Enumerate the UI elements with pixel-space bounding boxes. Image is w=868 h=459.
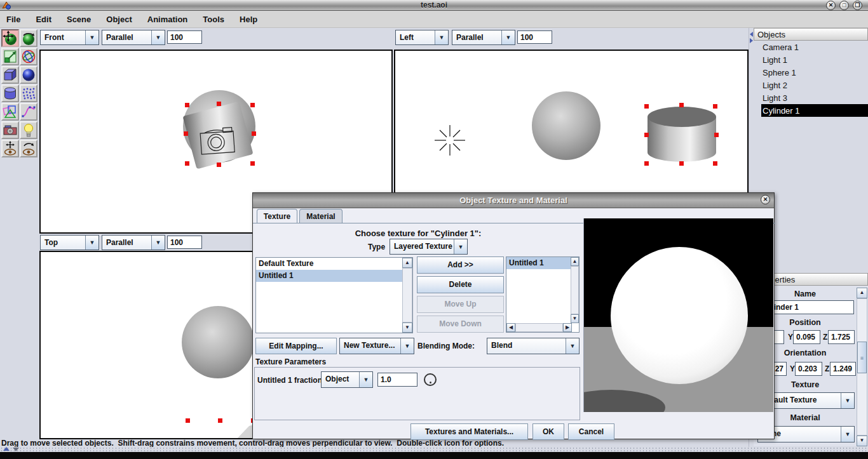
scroll-up-button[interactable]: ▲ (857, 288, 867, 298)
object-item-light-3[interactable]: Light 3 (754, 91, 868, 104)
move-tool-button[interactable] (1, 29, 19, 47)
orientation-z-field[interactable] (830, 362, 856, 376)
scrollbar-thumb[interactable]: ≡ (857, 342, 867, 373)
left-projection-select[interactable]: Parallel ▼ (452, 30, 515, 45)
orientation-y-field[interactable] (795, 362, 822, 376)
param-scope-select[interactable]: Object ▼ (321, 371, 373, 388)
object-item-sphere-1[interactable]: Sphere 1 (754, 66, 868, 79)
position-z-field[interactable] (828, 330, 855, 344)
texture-list[interactable]: Default Texture Untitled 1 ▲ ▼ (255, 257, 413, 333)
menu-animation[interactable]: Animation (147, 15, 188, 24)
create-light-tool-button[interactable] (20, 121, 37, 139)
selection-handle[interactable] (714, 133, 719, 137)
front-zoom-input[interactable] (167, 30, 202, 44)
front-projection-select[interactable]: Parallel ▼ (102, 30, 165, 45)
delete-button[interactable]: Delete (417, 276, 504, 293)
param-value-field[interactable] (377, 373, 417, 387)
scrollbar-track[interactable] (571, 266, 579, 314)
trackball-tool-button[interactable] (20, 48, 37, 65)
scroll-down-button[interactable]: ▼ (857, 436, 867, 446)
close-button[interactable]: ✕ (826, 1, 836, 10)
scroll-up-button[interactable]: ▲ (571, 257, 579, 266)
texture-type-select[interactable]: Layered Texture ▼ (390, 239, 468, 255)
scroll-down-button[interactable]: ▼ (571, 314, 579, 323)
position-y-field[interactable] (793, 330, 820, 344)
scrollbar-track[interactable] (402, 268, 412, 323)
add-button[interactable]: Add >> (417, 256, 504, 274)
menu-tools[interactable]: Tools (203, 15, 224, 24)
layer-list[interactable]: Untitled 1 ▲ ▼ ◀ ▶ (506, 256, 580, 333)
rotate-tool-button[interactable] (20, 29, 37, 47)
collapse-down-icon[interactable] (13, 448, 19, 451)
move-down-button[interactable]: Move Down (417, 316, 504, 333)
top-zoom-input[interactable] (167, 236, 202, 249)
menu-help[interactable]: Help (240, 15, 257, 24)
scroll-right-button[interactable]: ▶ (563, 323, 572, 332)
edit-mapping-button[interactable]: Edit Mapping... (255, 338, 337, 354)
maximize-button[interactable]: ❐ (853, 1, 862, 10)
minimize-button[interactable]: □ (839, 1, 849, 10)
selection-handle[interactable] (218, 418, 222, 423)
object-item-light-1[interactable]: Light 1 (754, 53, 868, 66)
selection-handle[interactable] (250, 103, 255, 107)
cancel-button[interactable]: Cancel (568, 423, 614, 440)
top-view-select[interactable]: Top ▼ (40, 235, 99, 250)
front-view-select[interactable]: Front ▼ (40, 30, 99, 45)
selection-handle[interactable] (713, 161, 717, 166)
selection-handle[interactable] (185, 161, 189, 166)
texture-preview[interactable] (583, 218, 773, 412)
create-curve-tool-button[interactable] (20, 103, 37, 121)
move-up-button[interactable]: Move Up (417, 296, 504, 313)
selection-handle[interactable] (184, 131, 188, 136)
create-cube-tool-button[interactable] (1, 66, 19, 84)
menu-object[interactable]: Object (106, 15, 132, 24)
expand-up-icon[interactable] (3, 447, 10, 451)
selection-handle[interactable] (186, 418, 190, 423)
selection-handle[interactable] (644, 133, 649, 137)
new-texture-button[interactable]: New Texture... ▼ (339, 338, 414, 354)
scroll-up-button[interactable]: ▲ (402, 258, 412, 268)
selection-handle[interactable] (644, 161, 649, 166)
left-view-select[interactable]: Left ▼ (395, 30, 449, 45)
tab-texture[interactable]: Texture (257, 209, 297, 223)
selection-handle[interactable] (250, 161, 255, 166)
value-dial[interactable] (424, 373, 437, 386)
dialog-close-button[interactable]: ✕ (761, 195, 770, 204)
scroll-left-button[interactable]: ◀ (506, 323, 515, 332)
scroll-down-button[interactable]: ▼ (402, 323, 412, 333)
menu-file[interactable]: File (6, 15, 20, 24)
blending-mode-select[interactable]: Blend ▼ (487, 338, 580, 354)
object-item-cylinder-1[interactable]: Cylinder 1 (754, 104, 868, 117)
selection-handle[interactable] (217, 163, 221, 167)
collapse-left-icon[interactable] (750, 32, 753, 37)
selection-handle[interactable] (713, 104, 717, 109)
texture-list-item[interactable]: Untitled 1 (256, 270, 412, 282)
texture-list-item[interactable]: Default Texture (256, 258, 412, 270)
top-projection-select[interactable]: Parallel ▼ (102, 235, 165, 250)
layer-list-item[interactable]: Untitled 1 (506, 257, 571, 269)
ok-button[interactable]: OK (532, 423, 564, 440)
rotate-view-tool-button[interactable] (20, 140, 37, 157)
selection-handle[interactable] (644, 104, 649, 109)
scale-tool-button[interactable] (1, 48, 19, 65)
create-cylinder-tool-button[interactable] (1, 84, 19, 102)
collapse-right-icon[interactable] (750, 38, 753, 43)
selection-handle[interactable] (217, 102, 221, 106)
create-spline-mesh-tool-button[interactable] (20, 84, 37, 102)
selection-handle[interactable] (185, 103, 189, 107)
create-camera-tool-button[interactable] (1, 121, 19, 139)
selection-handle[interactable] (679, 103, 684, 107)
selection-handle[interactable] (252, 131, 256, 136)
menu-edit[interactable]: Edit (36, 15, 51, 24)
left-zoom-input[interactable] (517, 30, 552, 44)
object-item-light-2[interactable]: Light 2 (754, 79, 868, 91)
selection-handle[interactable] (679, 161, 684, 166)
object-item-camera-1[interactable]: Camera 1 (754, 41, 868, 53)
menu-scene[interactable]: Scene (67, 15, 91, 24)
pan-view-tool-button[interactable] (1, 140, 19, 157)
create-sphere-tool-button[interactable] (20, 66, 37, 84)
scrollbar-track[interactable] (515, 323, 563, 332)
create-polygon-tool-button[interactable] (1, 103, 19, 121)
tab-material[interactable]: Material (299, 209, 342, 223)
textures-and-materials-button[interactable]: Textures and Materials... (410, 423, 528, 440)
